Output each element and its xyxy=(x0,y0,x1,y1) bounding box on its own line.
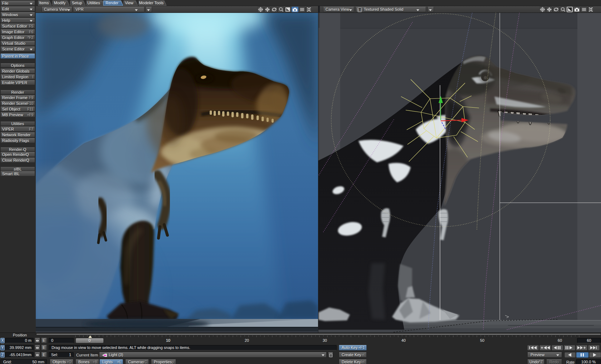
svg-text:View: View xyxy=(125,1,133,5)
svg-text:Items: Items xyxy=(39,1,49,5)
svg-text:Setup: Setup xyxy=(72,1,82,5)
svg-text:T: T xyxy=(358,8,361,12)
svg-text:Render: Render xyxy=(106,1,118,5)
svg-text:Modify: Modify xyxy=(54,1,66,5)
svg-text:Utilities: Utilities xyxy=(87,1,100,5)
svg-text:Modeler Tools: Modeler Tools xyxy=(139,1,164,5)
